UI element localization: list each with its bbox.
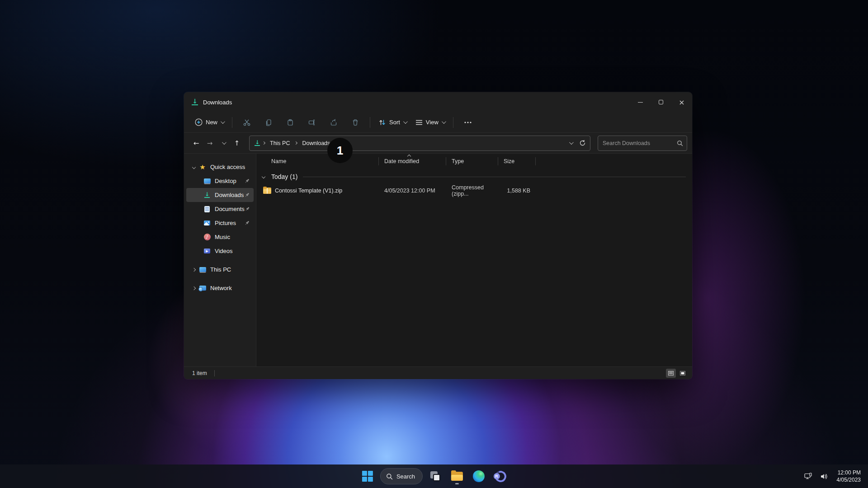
group-header-today[interactable]: Today (1)	[257, 170, 692, 183]
sort-button[interactable]: Sort	[374, 115, 411, 130]
chevron-down-icon	[221, 119, 225, 124]
file-name: Contossi Template (V1).zip	[275, 188, 342, 194]
volume-tray-button[interactable]	[819, 471, 830, 482]
address-bar[interactable]: ↓ This PC Downloads	[249, 136, 590, 151]
back-button[interactable]: ←	[189, 136, 203, 150]
file-size-cell: 1,588 KB	[498, 188, 536, 194]
sidebar-item-documents[interactable]: Documents	[186, 202, 254, 216]
edge-icon	[473, 470, 485, 482]
paste-button[interactable]	[283, 115, 298, 130]
toolbar-divider	[370, 117, 370, 128]
downloads-icon: ↓	[203, 192, 211, 199]
file-explorer-icon	[451, 472, 463, 481]
music-icon: ♪	[203, 234, 211, 241]
sidebar-item-label: Documents	[215, 206, 245, 212]
address-dropdown-button[interactable]	[565, 137, 576, 149]
column-resize-handle[interactable]	[535, 157, 536, 165]
search-icon	[677, 140, 683, 146]
rename-button[interactable]	[304, 115, 320, 130]
share-button[interactable]	[326, 115, 341, 130]
close-button[interactable]: ×	[671, 92, 692, 112]
plus-circle-icon	[195, 118, 203, 126]
file-row[interactable]: Contossi Template (V1).zip 4/05/2023 12:…	[258, 183, 689, 198]
search-input[interactable]	[603, 140, 677, 146]
item-count: 1 item	[192, 370, 207, 376]
cut-button[interactable]	[239, 115, 255, 130]
column-header-name[interactable]: Name	[257, 155, 379, 168]
app-r-letter: R	[494, 473, 500, 479]
taskbar-search-label: Search	[396, 473, 415, 480]
expand-chevron-icon[interactable]	[192, 165, 196, 169]
start-button[interactable]	[359, 467, 377, 485]
chevron-down-icon	[403, 119, 408, 124]
downloads-folder-icon: ↓	[191, 99, 198, 106]
task-view-button[interactable]	[426, 467, 444, 485]
trash-icon	[351, 118, 359, 127]
this-pc-icon	[199, 266, 206, 273]
command-bar: New Sort View	[184, 112, 692, 133]
sidebar-item-desktop[interactable]: Desktop	[186, 174, 254, 188]
thumbnails-view-button[interactable]	[678, 369, 688, 378]
title-bar[interactable]: ↓ Downloads ×	[184, 92, 692, 112]
sort-arrows-icon	[378, 119, 386, 126]
file-explorer-window[interactable]: ↓ Downloads × New	[184, 92, 692, 379]
up-button[interactable]: ↑	[230, 136, 244, 150]
delete-button[interactable]	[348, 115, 363, 130]
sidebar-item-downloads[interactable]: ↓ Downloads	[186, 188, 254, 202]
paste-icon	[286, 118, 294, 127]
status-bar: 1 item	[184, 366, 692, 379]
edge-taskbar-button[interactable]	[470, 467, 488, 485]
file-type-cell: Compressed (zipp...	[446, 184, 498, 197]
clock-date: 4/05/2023	[837, 476, 861, 483]
collapse-chevron-icon[interactable]	[192, 267, 196, 272]
sidebar-item-quick-access[interactable]: ★ Quick access	[186, 160, 254, 174]
breadcrumb-this-pc[interactable]: This PC	[267, 139, 292, 148]
sidebar-item-label: This PC	[210, 266, 231, 273]
taskbar-search-button[interactable]: Search	[380, 468, 423, 484]
annotation-badge-1: 1	[327, 138, 353, 163]
running-app-indicator	[455, 483, 459, 484]
forward-button[interactable]: →	[203, 136, 217, 150]
column-header-size[interactable]: Size	[498, 155, 536, 168]
minimize-button[interactable]	[630, 92, 651, 112]
group-collapse-chevron-icon[interactable]	[261, 174, 266, 179]
details-view-icon	[668, 371, 674, 375]
sidebar-item-label: Music	[215, 234, 230, 240]
view-list-icon	[415, 119, 423, 126]
details-view-button[interactable]	[666, 369, 676, 378]
collapse-chevron-icon[interactable]	[192, 286, 196, 291]
taskbar-clock[interactable]: 12:00 PM 4/05/2023	[834, 467, 863, 485]
column-header-type[interactable]: Type	[446, 155, 498, 168]
search-icon	[386, 473, 393, 480]
network-tray-button[interactable]	[803, 471, 814, 482]
search-box[interactable]	[598, 136, 687, 151]
new-button-label: New	[206, 119, 217, 126]
ellipsis-icon	[464, 122, 472, 123]
chevron-down-icon	[222, 140, 226, 145]
status-divider	[214, 370, 215, 376]
maximize-button[interactable]	[651, 92, 671, 112]
navigation-pane: ★ Quick access Desktop ↓ Downloads Docum…	[184, 154, 256, 366]
file-name-cell[interactable]: Contossi Template (V1).zip	[258, 188, 379, 194]
sidebar-item-music[interactable]: ♪ Music	[186, 230, 254, 244]
copy-button[interactable]	[261, 115, 276, 130]
view-button[interactable]: View	[411, 115, 449, 130]
file-explorer-taskbar-button[interactable]	[448, 467, 466, 485]
sidebar-item-videos[interactable]: ▶ Videos	[186, 244, 254, 258]
chevron-down-icon	[569, 140, 573, 145]
sidebar-item-network[interactable]: Network	[186, 281, 254, 295]
sidebar-item-pictures[interactable]: Pictures	[186, 216, 254, 230]
file-date-cell: 4/05/2023 12:00 PM	[379, 188, 446, 194]
see-more-button[interactable]	[460, 115, 476, 130]
sidebar-item-label: Desktop	[215, 178, 236, 184]
app-r-taskbar-button[interactable]: R	[491, 467, 509, 485]
cut-icon	[243, 118, 251, 127]
recent-locations-button[interactable]	[217, 136, 230, 150]
thumbnails-view-icon	[680, 371, 685, 375]
group-label: Today (1)	[271, 173, 297, 180]
refresh-button[interactable]	[576, 137, 588, 149]
new-button[interactable]: New	[190, 115, 228, 130]
sidebar-item-label: Pictures	[215, 220, 236, 226]
sidebar-item-this-pc[interactable]: This PC	[186, 263, 254, 277]
column-header-date-modified[interactable]: Date modified	[379, 155, 446, 168]
